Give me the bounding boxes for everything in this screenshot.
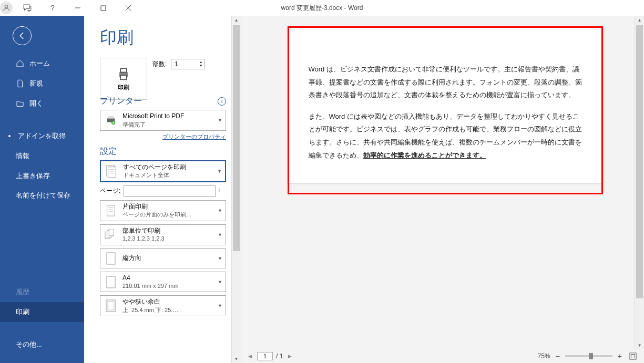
zoom-fit-button[interactable] [627, 352, 639, 360]
nav-get-addins[interactable]: アドインを取得 [0, 126, 84, 146]
preview-paragraph: また、Word には表や図などの挿入機能もあり、データを整理してわかりやすく見せ… [309, 110, 582, 162]
chevron-down-icon: ▼ [218, 303, 222, 308]
printer-selector[interactable]: Microsoft Print to PDF 準備完了 ▼ [100, 110, 226, 131]
margin-selector[interactable]: やや狭い余白 上: 25.4 mm 下: 25.… ▼ [100, 295, 226, 316]
zoom-slider[interactable] [565, 355, 612, 357]
total-pages: / 1 [276, 352, 283, 360]
back-button[interactable] [13, 26, 32, 45]
copies-up[interactable]: ▲ [198, 60, 204, 64]
svg-rect-16 [107, 205, 115, 216]
collate-icon [104, 227, 118, 242]
nav-save[interactable]: 上書き保存 [0, 166, 84, 186]
zoom-out-button[interactable]: − [554, 352, 562, 360]
portrait-icon [104, 251, 118, 266]
settings-heading: 設定 [100, 146, 117, 157]
collate-selector[interactable]: 部単位で印刷 1,2,3 1,2,3 1,2,3 ▼ [100, 224, 226, 245]
info-icon[interactable]: i [219, 188, 226, 195]
nav-print[interactable]: 印刷 [0, 302, 84, 322]
printer-heading: プリンター [100, 96, 142, 107]
prev-page-button[interactable]: ◀ [246, 352, 254, 360]
svg-rect-9 [108, 116, 114, 119]
scroll-up[interactable]: ▲ [635, 16, 644, 24]
scroll-down[interactable]: ▼ [635, 341, 644, 349]
home-icon [16, 59, 24, 68]
orientation-selector[interactable]: 縦方向 ▼ [100, 248, 226, 268]
range-sub: ドキュメント全体 [123, 171, 213, 179]
paper-icon [104, 275, 118, 289]
nav-info[interactable]: 情報 [0, 146, 84, 166]
minimize-button[interactable] [67, 1, 88, 15]
svg-rect-12 [108, 167, 116, 178]
print-button-label: 印刷 [118, 84, 129, 91]
chevron-down-icon: ▼ [218, 232, 222, 237]
nav-label: 上書き保存 [16, 171, 50, 181]
sides-title: 片面印刷 [122, 203, 213, 211]
underlined-text: 効率的に作業を進めることができます。 [363, 151, 486, 159]
user-avatar[interactable] [0, 2, 13, 14]
maximize-button[interactable] [93, 1, 114, 15]
close-button[interactable] [118, 1, 139, 15]
nav-saveas[interactable]: 名前を付けて保存 [0, 186, 84, 205]
zoom-in-button[interactable]: + [616, 352, 624, 360]
copies-label: 部数: [152, 60, 167, 69]
page-title: 印刷 [100, 26, 226, 49]
sides-selector[interactable]: 片面印刷 ページの片面のみを印刷… ▼ [100, 200, 226, 221]
chevron-down-icon: ▼ [217, 169, 222, 174]
printer-status: 準備完了 [122, 121, 213, 128]
range-title: すべてのページを印刷 [123, 163, 213, 172]
nav-label: 履歴 [16, 287, 29, 297]
info-icon[interactable]: i [218, 97, 226, 106]
nav-home[interactable]: ホーム [0, 54, 84, 74]
svg-rect-22 [109, 229, 114, 236]
oneside-icon [104, 203, 118, 218]
help-button[interactable]: ? [42, 1, 63, 15]
svg-rect-7 [120, 75, 127, 79]
preview-scrollbar[interactable]: ▲ ▼ [635, 16, 644, 349]
nav-label: 情報 [16, 151, 29, 161]
pages-label: ページ: [100, 186, 120, 195]
scroll-down[interactable]: ▼ [232, 355, 241, 363]
printer-status-icon [104, 113, 118, 128]
svg-rect-27 [630, 353, 636, 359]
margin-icon [104, 298, 118, 313]
svg-rect-28 [631, 355, 635, 358]
feedback-icon[interactable] [17, 1, 38, 15]
paper-title: A4 [122, 274, 213, 283]
nav-label: 名前を付けて保存 [16, 191, 70, 200]
bullet-icon [8, 135, 11, 137]
nav-label: 開く [29, 99, 43, 108]
svg-rect-24 [107, 276, 115, 288]
chevron-down-icon: ▼ [218, 118, 222, 123]
paper-sub: 210.01 mm x 297 mm [122, 282, 213, 289]
scroll-thumb[interactable] [233, 25, 240, 251]
chevron-down-icon: ▼ [218, 279, 222, 285]
printer-icon [115, 67, 132, 81]
nav-other[interactable]: その他... [0, 335, 84, 355]
print-range-selector[interactable]: すべてのページを印刷 ドキュメント全体 ▼ [100, 160, 226, 182]
orientation-title: 縦方向 [122, 254, 213, 263]
svg-point-0 [5, 5, 7, 8]
window-title: word 変更履歴-3.docx - Word [281, 4, 363, 13]
collate-title: 部単位で印刷 [122, 227, 213, 235]
margin-sub: 上: 25.4 mm 下: 25.… [122, 306, 213, 314]
nav-label: ホーム [29, 59, 50, 68]
scroll-up[interactable]: ▲ [232, 16, 241, 24]
paper-size-selector[interactable]: A4 210.01 mm x 297 mm ▼ [100, 272, 226, 293]
next-page-button[interactable]: ▶ [286, 352, 294, 360]
print-button[interactable]: 印刷 [100, 58, 147, 100]
copies-down[interactable]: ▼ [198, 64, 204, 68]
printer-properties-link[interactable]: プリンターのプロパティ [100, 133, 226, 141]
pages-input[interactable] [124, 185, 216, 197]
scroll-thumb[interactable] [636, 25, 643, 298]
page-preview: Word は、ビジネス文書作成において非常に便利なツールです。主に報告書や契約書… [288, 26, 603, 183]
current-page-input[interactable] [257, 352, 273, 360]
nav-new[interactable]: 新規 [0, 74, 84, 94]
zoom-level: 75% [538, 352, 550, 360]
pages-icon [104, 164, 119, 179]
settings-scrollbar[interactable]: ▲ ▼ [231, 16, 241, 363]
nav-label: 新規 [29, 79, 43, 88]
copies-input[interactable] [171, 59, 198, 69]
open-icon [16, 99, 24, 108]
sides-sub: ページの片面のみを印刷… [122, 211, 213, 218]
nav-open[interactable]: 開く [0, 94, 84, 113]
